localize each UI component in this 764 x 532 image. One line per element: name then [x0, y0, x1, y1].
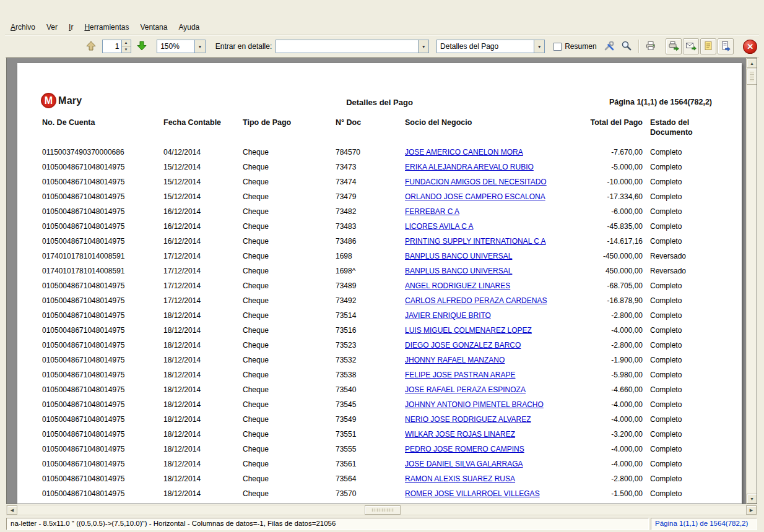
cell-partner: LUIS MIGUEL COLMENAREZ LOPEZ	[405, 323, 584, 338]
next-page-button[interactable]	[134, 38, 150, 54]
partner-link[interactable]: JOSE DANIEL SILVA GALARRAGA	[405, 460, 523, 468]
partner-link[interactable]: ANGEL RODRIGUEZ LINARES	[405, 281, 510, 290]
col-header-account: No. De Cuenta	[42, 118, 163, 145]
spinner-up-icon[interactable]: ▲	[122, 40, 131, 47]
menu-item-ver[interactable]: Ver	[41, 20, 63, 34]
partner-link[interactable]: ROMER JOSE VILLARROEL VILLEGAS	[405, 489, 540, 498]
prev-page-button[interactable]	[83, 38, 99, 54]
menu-item-ayuda[interactable]: Ayuda	[173, 20, 205, 34]
cell-type: Cheque	[243, 278, 336, 293]
cell-partner: JOSE DANIEL SILVA GALARRAGA	[405, 457, 584, 471]
search-button[interactable]	[619, 38, 635, 54]
cell-partner: RAMON ALEXIS SUAREZ RUSA	[405, 471, 584, 486]
cell-account: 01050048671048014975	[42, 353, 163, 367]
cell-account: 01050048671048014975	[42, 308, 163, 323]
partner-link[interactable]: LUIS MIGUEL COLMENAREZ LOPEZ	[405, 326, 532, 335]
partner-link[interactable]: FERREBAR C A	[405, 207, 459, 216]
tools-button[interactable]	[602, 38, 618, 54]
print-button[interactable]	[643, 38, 659, 54]
resumen-checkbox[interactable]	[553, 43, 562, 51]
cell-total: 450.000,00	[584, 264, 644, 278]
table-row: 0174010178101400859117/12/2014Cheque1698…	[42, 249, 712, 264]
partner-link[interactable]: RAMON ALEXIS SUAREZ RUSA	[405, 474, 515, 483]
vertical-scrollbar[interactable]: ▲ ▼	[746, 58, 757, 504]
partner-link[interactable]: JOHNNY ANTONIO PIMENTEL BRACHO	[405, 400, 544, 409]
status-bar: na-letter - 8.5x11.0 " ((0.5,0.5)->(7.5,…	[6, 518, 757, 530]
notes-button[interactable]	[700, 38, 716, 54]
cell-doc: 73486	[336, 234, 405, 249]
cell-status: Completo	[644, 323, 712, 338]
menu-item-ventana[interactable]: Ventana	[134, 20, 173, 34]
partner-link[interactable]: JHONNY RAFAEL MANZANO	[405, 356, 505, 364]
menu-item-ir[interactable]: Ir	[63, 20, 79, 34]
scroll-down-button[interactable]: ▼	[747, 494, 757, 504]
horizontal-scroll-thumb[interactable]	[365, 505, 401, 515]
table-row: 0174010178101400859117/12/2014Cheque1698…	[42, 264, 712, 278]
zoom-combobox[interactable]: 150% ▼	[157, 40, 206, 53]
cell-status: Completo	[644, 353, 712, 367]
cell-account: 01050048671048014975	[42, 189, 163, 204]
cell-date: 18/12/2014	[163, 338, 243, 353]
report-page-info: Página 1(1,1) de 1564(782,2)	[609, 98, 712, 106]
partner-link[interactable]: ERIKA ALEJANDRA AREVALO RUBIO	[405, 163, 534, 171]
partner-link[interactable]: FELIPE JOSE PASTRAN ARAPE	[405, 371, 516, 379]
toolbar: ▲ ▼ 150% ▼ Entrar en detalle: ▼ Detalles…	[5, 35, 759, 57]
mail-forward-button[interactable]	[683, 38, 699, 54]
menu-item-archivo[interactable]: Archivo	[5, 20, 41, 34]
status-page-info[interactable]: Página 1(1,1) de 1564(782,2)	[651, 518, 757, 530]
partner-link[interactable]: JOSE AMERICO CANELON MORA	[405, 148, 523, 157]
cell-status: Completo	[644, 367, 712, 382]
cell-doc: 73540	[336, 382, 405, 397]
export-button[interactable]	[718, 38, 734, 54]
cell-type: Cheque	[243, 293, 336, 308]
cell-doc: 73523	[336, 338, 405, 353]
partner-link[interactable]: CARLOS ALFREDO PERAZA CARDENAS	[405, 296, 547, 305]
scroll-left-button[interactable]: ◀	[7, 505, 17, 515]
cell-date: 18/12/2014	[163, 367, 243, 382]
chevron-down-icon[interactable]: ▼	[418, 40, 428, 53]
horizontal-scrollbar[interactable]: ◀ ▶	[6, 505, 757, 515]
table-row: 0105004867104801497518/12/2014Cheque7357…	[42, 486, 712, 501]
notepad-icon	[703, 40, 714, 53]
partner-link[interactable]: BANPLUS BANCO UNIVERSAL	[405, 267, 512, 275]
chevron-down-icon[interactable]: ▼	[194, 40, 205, 53]
cell-date: 15/12/2014	[163, 174, 243, 189]
partner-link[interactable]: FUNDACION AMIGOS DEL NECESITADO	[405, 178, 547, 186]
partner-link[interactable]: BANPLUS BANCO UNIVERSAL	[405, 252, 512, 260]
cell-status: Completo	[644, 219, 712, 234]
partner-link[interactable]: LICORES AVILA C A	[405, 222, 474, 231]
cell-account: 01050048671048014975	[42, 457, 163, 471]
partner-link[interactable]: JAVIER ENRIQUE BRITO	[405, 311, 491, 320]
partner-link[interactable]: JOSE RAFAEL PERAZA ESPINOZA	[405, 385, 526, 394]
cell-status: Completo	[644, 338, 712, 353]
partner-link[interactable]: PEDRO JOSE ROMERO CAMPINS	[405, 445, 524, 453]
cell-total: -6.000,00	[584, 204, 644, 219]
cell-total: -3.200,00	[584, 427, 644, 442]
chevron-down-icon[interactable]: ▼	[534, 40, 544, 53]
cell-type: Cheque	[243, 457, 336, 471]
cell-status: Completo	[644, 174, 712, 189]
cell-type: Cheque	[243, 174, 336, 189]
partner-link[interactable]: PRINTING SUPPLY INTERNATIONAL C A	[405, 237, 546, 246]
partner-link[interactable]: ORLANDO JOSE CAMPERO ESCALONA	[405, 192, 545, 201]
cell-account: 01050048671048014975	[42, 427, 163, 442]
table-row: 0105004867104801497518/12/2014Cheque7354…	[42, 412, 712, 427]
partner-link[interactable]: NERIO JOSE RODRIGUEZ ALVAREZ	[405, 415, 531, 424]
partner-link[interactable]: DIEGO JOSE GONZALEZ BARCO	[405, 341, 521, 350]
scroll-up-button[interactable]: ▲	[747, 58, 757, 68]
drilldown-combobox[interactable]: ▼	[276, 40, 429, 53]
cell-status: Completo	[644, 382, 712, 397]
spinner-down-icon[interactable]: ▼	[122, 47, 131, 53]
close-button[interactable]: ✕	[743, 40, 757, 54]
vertical-scroll-thumb[interactable]	[747, 69, 757, 85]
section-combobox[interactable]: Detalles del Pago ▼	[436, 40, 545, 53]
cell-account: 01050048671048014975	[42, 367, 163, 382]
menu-item-herramientas[interactable]: Herramientas	[79, 20, 134, 34]
partner-link[interactable]: WILKAR JOSE ROJAS LINAREZ	[405, 430, 515, 439]
page-number-input[interactable]	[102, 40, 122, 53]
scroll-right-button[interactable]: ▶	[746, 505, 757, 515]
cell-total: -45.835,00	[584, 219, 644, 234]
menu-bar: ArchivoVerIrHerramientasVentanaAyuda	[5, 20, 759, 35]
cell-account: 01050048671048014975	[42, 204, 163, 219]
print-export-button[interactable]	[666, 38, 682, 54]
